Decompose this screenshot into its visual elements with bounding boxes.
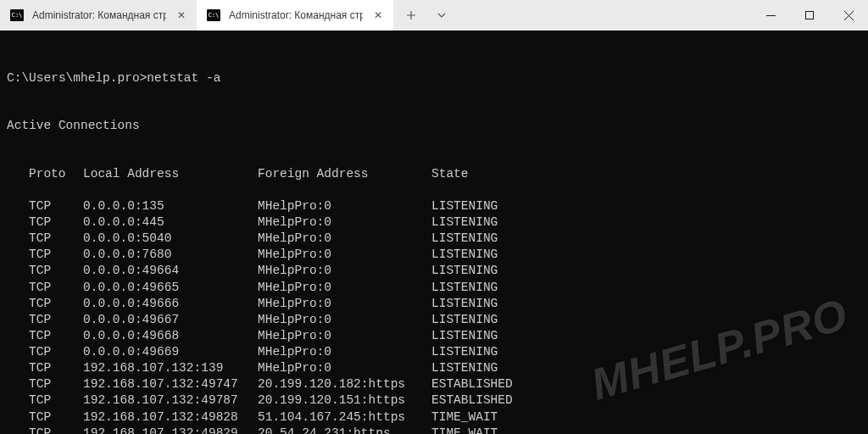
table-row: TCP0.0.0.0:135MHelpPro:0LISTENING — [7, 198, 861, 214]
table-row: TCP0.0.0.0:49665MHelpPro:0LISTENING — [7, 280, 861, 296]
cell-local: 0.0.0.0:49667 — [83, 312, 258, 328]
cell-local: 192.168.107.132:49829 — [83, 426, 258, 434]
table-row: TCP0.0.0.0:49667MHelpPro:0LISTENING — [7, 312, 861, 328]
cell-local: 192.168.107.132:49828 — [83, 409, 258, 426]
tab-inactive[interactable]: C:\ Administrator: Командная стро ✕ — [0, 0, 197, 31]
cell-local: 0.0.0.0:49666 — [83, 296, 258, 312]
cell-proto: TCP — [29, 426, 83, 434]
cell-foreign: MHelpPro:0 — [258, 344, 431, 360]
col-proto: Proto — [29, 166, 83, 182]
cell-foreign: MHelpPro:0 — [258, 231, 431, 247]
cell-state: LISTENING — [431, 328, 498, 344]
cell-local: 0.0.0.0:49665 — [83, 280, 258, 296]
cell-foreign: MHelpPro:0 — [258, 296, 431, 312]
tab-strip: C:\ Administrator: Командная стро ✕ C:\ … — [0, 0, 751, 31]
cell-state: LISTENING — [431, 344, 498, 360]
minimize-icon — [766, 11, 776, 20]
cell-state: LISTENING — [431, 263, 498, 279]
table-row: TCP192.168.107.132:139MHelpPro:0LISTENIN… — [7, 360, 861, 376]
close-icon[interactable]: ✕ — [371, 8, 385, 22]
cell-proto: TCP — [29, 263, 83, 279]
close-button[interactable] — [829, 0, 868, 31]
close-icon — [844, 11, 854, 20]
table-row: TCP0.0.0.0:445MHelpPro:0LISTENING — [7, 214, 861, 231]
cell-proto: TCP — [29, 214, 83, 231]
cell-proto: TCP — [29, 231, 83, 247]
table-header-row: ProtoLocal AddressForeign AddressState — [7, 166, 861, 182]
cell-proto: TCP — [29, 312, 83, 328]
svg-rect-0 — [805, 11, 813, 19]
cell-foreign: MHelpPro:0 — [258, 198, 431, 214]
window-controls — [751, 0, 868, 31]
cell-state: LISTENING — [431, 231, 498, 247]
cell-proto: TCP — [29, 376, 83, 392]
cell-foreign: MHelpPro:0 — [258, 214, 431, 231]
cell-state: LISTENING — [431, 296, 498, 312]
cell-local: 0.0.0.0:135 — [83, 198, 258, 214]
plus-icon — [406, 10, 416, 20]
cell-local: 0.0.0.0:7680 — [83, 247, 258, 263]
cell-local: 192.168.107.132:49787 — [83, 392, 258, 409]
table-row: TCP0.0.0.0:49668MHelpPro:0LISTENING — [7, 328, 861, 344]
terminal-output[interactable]: C:\Users\mhelp.pro>netstat -a Active Con… — [0, 31, 868, 434]
cell-proto: TCP — [29, 360, 83, 376]
cell-state: LISTENING — [431, 360, 498, 376]
col-local: Local Address — [83, 166, 258, 182]
cell-foreign: 20.54.24.231:https — [258, 426, 431, 434]
cell-foreign: 20.199.120.182:https — [258, 376, 431, 392]
table-row: TCP0.0.0.0:49669MHelpPro:0LISTENING — [7, 344, 861, 360]
table-row: TCP0.0.0.0:5040MHelpPro:0LISTENING — [7, 231, 861, 247]
cell-foreign: MHelpPro:0 — [258, 280, 431, 296]
cell-local: 192.168.107.132:139 — [83, 360, 258, 376]
maximize-icon — [805, 11, 815, 20]
titlebar: C:\ Administrator: Командная стро ✕ C:\ … — [0, 0, 868, 31]
table-row: TCP192.168.107.132:4982920.54.24.231:htt… — [7, 426, 861, 434]
cell-proto: TCP — [29, 198, 83, 214]
maximize-button[interactable] — [790, 0, 829, 31]
cell-state: ESTABLISHED — [431, 392, 513, 409]
cell-foreign: MHelpPro:0 — [258, 312, 431, 328]
cell-state: LISTENING — [431, 280, 498, 296]
table-row: TCP0.0.0.0:49664MHelpPro:0LISTENING — [7, 263, 861, 279]
tab-actions — [393, 0, 751, 31]
table-row: TCP192.168.107.132:4974720.199.120.182:h… — [7, 376, 861, 392]
cell-local: 0.0.0.0:49669 — [83, 344, 258, 360]
cell-local: 192.168.107.132:49747 — [83, 376, 258, 392]
table-row: TCP0.0.0.0:7680MHelpPro:0LISTENING — [7, 247, 861, 263]
tab-active[interactable]: C:\ Administrator: Командная стро ✕ — [197, 0, 393, 31]
col-state: State — [431, 166, 469, 182]
cell-state: TIME_WAIT — [431, 409, 498, 426]
cell-state: LISTENING — [431, 312, 498, 328]
cmd-icon: C:\ — [10, 9, 24, 21]
cell-foreign: MHelpPro:0 — [258, 360, 431, 376]
cell-proto: TCP — [29, 344, 83, 360]
table-body: TCP0.0.0.0:135MHelpPro:0LISTENINGTCP0.0.… — [7, 198, 861, 434]
cmd-icon: C:\ — [207, 9, 220, 21]
cell-proto: TCP — [29, 296, 83, 312]
cell-state: LISTENING — [431, 247, 498, 263]
cell-local: 0.0.0.0:49664 — [83, 263, 258, 279]
table-row: TCP0.0.0.0:49666MHelpPro:0LISTENING — [7, 296, 861, 312]
cell-proto: TCP — [29, 392, 83, 409]
new-tab-button[interactable] — [398, 3, 424, 27]
chevron-down-icon — [437, 10, 447, 20]
cell-local: 0.0.0.0:445 — [83, 214, 258, 231]
cell-foreign: MHelpPro:0 — [258, 328, 431, 344]
cell-proto: TCP — [29, 247, 83, 263]
col-foreign: Foreign Address — [258, 166, 431, 182]
section-header: Active Connections — [7, 118, 861, 134]
cell-foreign: MHelpPro:0 — [258, 263, 431, 279]
cell-proto: TCP — [29, 280, 83, 296]
cell-proto: TCP — [29, 409, 83, 426]
cell-foreign: 20.199.120.151:https — [258, 392, 431, 409]
cell-state: TIME_WAIT — [431, 426, 498, 434]
prompt-line: C:\Users\mhelp.pro>netstat -a — [7, 70, 861, 86]
minimize-button[interactable] — [751, 0, 790, 31]
cell-local: 0.0.0.0:5040 — [83, 231, 258, 247]
tab-title: Administrator: Командная стро — [32, 9, 166, 21]
cell-local: 0.0.0.0:49668 — [83, 328, 258, 344]
cell-proto: TCP — [29, 328, 83, 344]
cell-foreign: 51.104.167.245:https — [258, 409, 431, 426]
tab-dropdown-button[interactable] — [429, 3, 454, 27]
close-icon[interactable]: ✕ — [175, 8, 188, 22]
